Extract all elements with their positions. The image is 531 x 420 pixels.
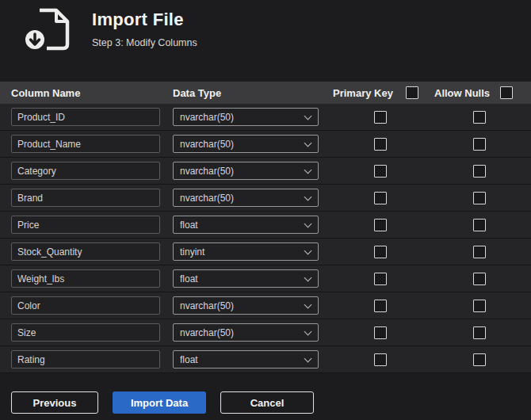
table-row: tinyint bbox=[0, 239, 531, 265]
primary-key-checkbox[interactable] bbox=[374, 138, 387, 151]
primary-key-checkbox[interactable] bbox=[374, 353, 387, 366]
primary-key-checkbox[interactable] bbox=[374, 273, 387, 285]
data-type-value: tinyint bbox=[180, 246, 204, 258]
table-header: Column Name Data Type Primary Key Allow … bbox=[0, 82, 531, 104]
allow-nulls-header-label: Allow Nulls bbox=[434, 87, 490, 99]
column-name-input[interactable] bbox=[11, 269, 160, 288]
primary-key-checkbox[interactable] bbox=[374, 165, 387, 178]
column-name-input[interactable] bbox=[11, 108, 160, 126]
chevron-down-icon bbox=[304, 193, 312, 200]
data-type-value: nvarchar(50) bbox=[180, 300, 234, 311]
column-name-input[interactable] bbox=[11, 350, 160, 368]
chevron-down-icon bbox=[304, 354, 312, 362]
page-title: Import File bbox=[92, 10, 197, 30]
data-type-select[interactable]: nvarchar(50) bbox=[173, 323, 319, 342]
allow-nulls-checkbox[interactable] bbox=[473, 300, 486, 312]
chevron-down-icon bbox=[304, 139, 312, 147]
allow-nulls-checkbox[interactable] bbox=[473, 246, 486, 258]
cancel-button[interactable]: Cancel bbox=[220, 391, 314, 414]
data-type-value: nvarchar(50) bbox=[180, 166, 234, 177]
column-name-header: Column Name bbox=[0, 87, 173, 99]
data-type-select[interactable]: nvarchar(50) bbox=[173, 296, 319, 315]
primary-key-checkbox[interactable] bbox=[374, 219, 387, 231]
primary-key-checkbox[interactable] bbox=[374, 300, 387, 312]
chevron-down-icon bbox=[304, 327, 312, 335]
allow-nulls-header: Allow Nulls bbox=[428, 86, 531, 99]
column-name-input[interactable] bbox=[11, 189, 160, 207]
data-type-header: Data Type bbox=[173, 87, 333, 99]
table-row: nvarchar(50) bbox=[0, 104, 531, 131]
primary-key-checkbox[interactable] bbox=[374, 192, 387, 204]
column-name-input[interactable] bbox=[11, 162, 160, 180]
data-type-value: float bbox=[180, 354, 198, 365]
data-type-select[interactable]: nvarchar(50) bbox=[173, 108, 319, 126]
column-name-input[interactable] bbox=[11, 216, 160, 234]
primary-key-header-label: Primary Key bbox=[333, 87, 393, 99]
allow-nulls-checkbox[interactable] bbox=[473, 165, 486, 178]
data-type-value: float bbox=[180, 220, 198, 231]
chevron-down-icon bbox=[304, 246, 312, 254]
data-type-value: nvarchar(50) bbox=[180, 193, 234, 204]
data-type-select[interactable]: nvarchar(50) bbox=[173, 135, 319, 153]
chevron-down-icon bbox=[304, 112, 312, 120]
data-type-select[interactable]: tinyint bbox=[173, 242, 319, 261]
page-subtitle: Step 3: Modify Columns bbox=[92, 37, 197, 48]
chevron-down-icon bbox=[304, 166, 312, 174]
allow-nulls-checkbox[interactable] bbox=[473, 111, 486, 124]
allow-nulls-checkbox[interactable] bbox=[473, 326, 486, 339]
table-row: nvarchar(50) bbox=[0, 131, 531, 158]
column-name-input[interactable] bbox=[11, 323, 160, 342]
allow-nulls-checkbox[interactable] bbox=[473, 192, 486, 204]
data-type-select[interactable]: float bbox=[173, 216, 319, 234]
table-row: nvarchar(50) bbox=[0, 185, 531, 212]
allow-nulls-checkbox[interactable] bbox=[473, 219, 486, 231]
primary-key-header: Primary Key bbox=[333, 86, 428, 99]
chevron-down-icon bbox=[304, 273, 312, 281]
data-type-select[interactable]: float bbox=[173, 350, 319, 368]
table-body: nvarchar(50) nvarchar(50) bbox=[0, 104, 531, 373]
data-type-select[interactable]: nvarchar(50) bbox=[173, 189, 319, 207]
chevron-down-icon bbox=[304, 300, 312, 308]
table-row: nvarchar(50) bbox=[0, 319, 531, 346]
table-row: float bbox=[0, 212, 531, 239]
data-type-value: float bbox=[180, 273, 198, 284]
chevron-down-icon bbox=[304, 220, 312, 227]
primary-key-checkbox[interactable] bbox=[374, 326, 387, 339]
data-type-value: nvarchar(50) bbox=[180, 327, 234, 338]
primary-key-checkbox[interactable] bbox=[374, 111, 387, 124]
column-name-input[interactable] bbox=[11, 296, 160, 315]
allow-nulls-checkbox[interactable] bbox=[473, 273, 486, 285]
data-type-select[interactable]: nvarchar(50) bbox=[173, 162, 319, 180]
table-row: nvarchar(50) bbox=[0, 158, 531, 185]
column-name-input[interactable] bbox=[11, 242, 160, 261]
data-type-value: nvarchar(50) bbox=[180, 112, 234, 123]
table-row: nvarchar(50) bbox=[0, 292, 531, 319]
table-row: float bbox=[0, 265, 531, 292]
previous-button[interactable]: Previous bbox=[11, 391, 98, 414]
allow-nulls-checkbox[interactable] bbox=[473, 138, 486, 151]
allow-nulls-checkbox[interactable] bbox=[473, 353, 486, 366]
allow-nulls-select-all-checkbox[interactable] bbox=[500, 86, 513, 99]
import-data-button[interactable]: Import Data bbox=[113, 391, 206, 414]
table-row: float bbox=[0, 346, 531, 373]
data-type-select[interactable]: float bbox=[173, 269, 319, 288]
primary-key-checkbox[interactable] bbox=[374, 246, 387, 258]
data-type-value: nvarchar(50) bbox=[180, 139, 234, 150]
import-file-icon bbox=[21, 6, 76, 52]
column-name-input[interactable] bbox=[11, 135, 160, 153]
page-header: Import File Step 3: Modify Columns bbox=[21, 6, 197, 52]
primary-key-select-all-checkbox[interactable] bbox=[406, 86, 418, 99]
